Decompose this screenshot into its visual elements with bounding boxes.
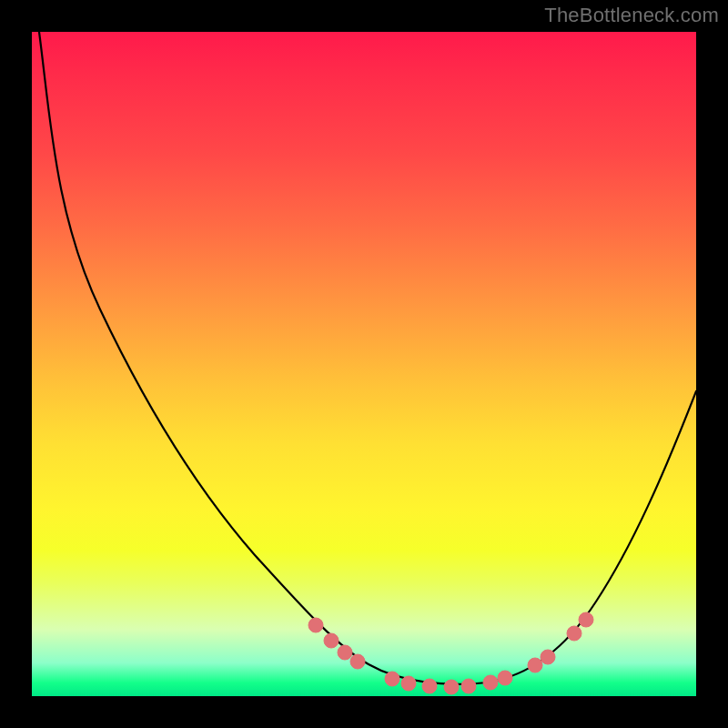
- chart-overlay: [32, 32, 696, 696]
- bottleneck-curve: [39, 32, 696, 684]
- highlight-dot: [338, 645, 352, 660]
- highlight-dot: [498, 671, 512, 685]
- highlight-dots: [308, 612, 593, 694]
- highlight-dot: [483, 675, 498, 690]
- highlight-dot: [350, 654, 365, 669]
- highlight-dot: [461, 679, 476, 693]
- highlight-dot: [567, 626, 581, 641]
- highlight-dot: [422, 679, 437, 693]
- attribution-text: TheBottleneck.com: [544, 4, 719, 27]
- highlight-dot: [444, 680, 459, 694]
- highlight-dot: [308, 618, 323, 632]
- highlight-dot: [528, 658, 542, 672]
- highlight-dot: [579, 612, 593, 627]
- highlight-dot: [385, 672, 399, 686]
- chart-stage: TheBottleneck.com: [0, 0, 728, 728]
- highlight-dot: [401, 676, 416, 691]
- highlight-dot: [324, 633, 339, 648]
- plot-area: [32, 32, 696, 696]
- highlight-dot: [541, 650, 555, 664]
